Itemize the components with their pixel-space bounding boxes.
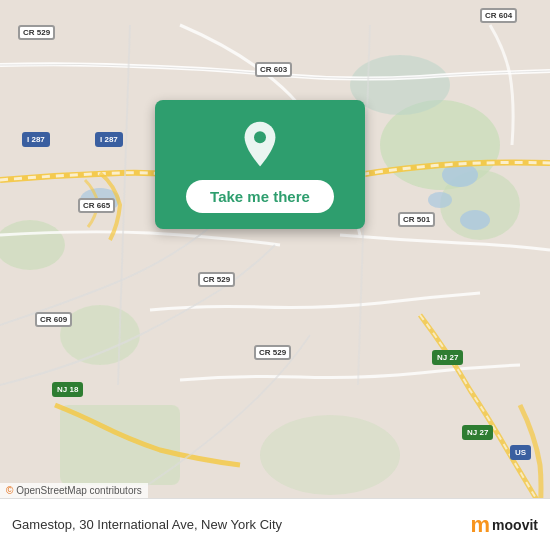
map-svg xyxy=(0,0,550,550)
road-label-nj27-r: NJ 27 xyxy=(432,350,463,365)
svg-point-5 xyxy=(350,55,450,115)
road-label-us: US xyxy=(510,445,531,460)
road-label-i287-mid: I 287 xyxy=(95,132,123,147)
road-label-cr529-tl: CR 529 xyxy=(18,25,55,40)
road-label-cr604: CR 604 xyxy=(480,8,517,23)
moovit-m-letter: m xyxy=(471,512,491,538)
road-label-cr501: CR 501 xyxy=(398,212,435,227)
location-pin-icon xyxy=(236,120,284,168)
road-label-nj27-bot: NJ 27 xyxy=(462,425,493,440)
road-label-cr609: CR 609 xyxy=(35,312,72,327)
road-label-nj18: NJ 18 xyxy=(52,382,83,397)
road-label-cr665: CR 665 xyxy=(78,198,115,213)
road-label-cr529-bot: CR 529 xyxy=(198,272,235,287)
road-label-cr603: CR 603 xyxy=(255,62,292,77)
svg-point-12 xyxy=(254,131,266,143)
location-address: Gamestop, 30 International Ave, New York… xyxy=(12,517,282,532)
svg-point-7 xyxy=(260,415,400,495)
moovit-brand-text: moovit xyxy=(492,517,538,533)
road-label-i287-left: I 287 xyxy=(22,132,50,147)
take-me-there-button[interactable]: Take me there xyxy=(186,180,334,213)
location-card: Take me there xyxy=(155,100,365,229)
copyright-symbol: © xyxy=(6,485,13,496)
road-label-cr529-bot2: CR 529 xyxy=(254,345,291,360)
bottom-bar: Gamestop, 30 International Ave, New York… xyxy=(0,498,550,550)
copyright-bar: © OpenStreetMap contributors xyxy=(0,483,148,498)
svg-point-10 xyxy=(428,192,452,208)
copyright-text: OpenStreetMap contributors xyxy=(16,485,142,496)
map-container: CR 604 CR 529 CR 603 I 287 I 287 CR 665 … xyxy=(0,0,550,550)
svg-point-9 xyxy=(460,210,490,230)
moovit-logo: m moovit xyxy=(471,512,538,538)
